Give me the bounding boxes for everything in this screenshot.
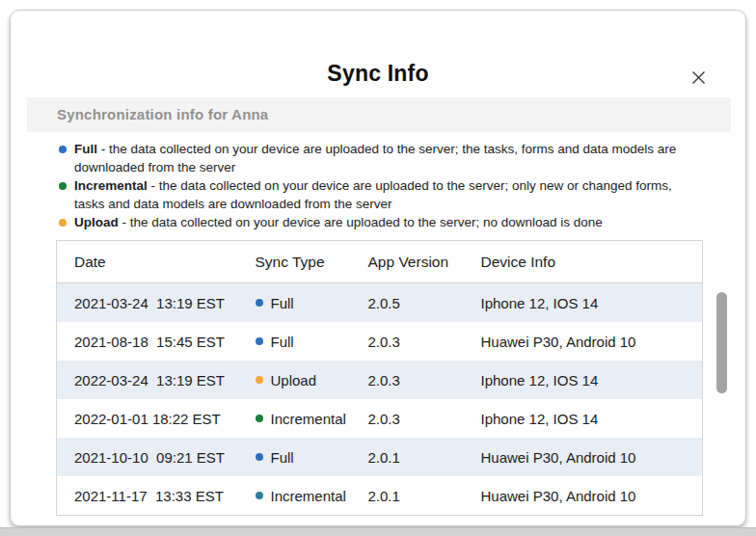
sync-type-label: Full: [271, 334, 294, 350]
cell-date: 2022-01-01 18:22 EST: [57, 399, 238, 438]
cell-date: 2022-03-24 13:19 EST: [57, 361, 238, 399]
table-header-row: DateSync TypeApp VersionDevice Info: [57, 241, 703, 283]
cell-app-version: 2.0.3: [351, 361, 464, 399]
cell-device-info: Huawei P30, Android 10: [464, 438, 703, 476]
page-background-strip: [0, 527, 756, 536]
column-header: Device Info: [464, 241, 703, 283]
cell-app-version: 2.0.3: [351, 322, 464, 361]
sync-info-modal: Sync Info Synchronization info for Anna …: [10, 10, 746, 526]
sync-type-label: Incremental: [271, 488, 346, 504]
cell-date: 2021-10-10 09:21 EST: [57, 438, 238, 476]
cell-device-info: Iphone 12, IOS 14: [464, 361, 703, 399]
table-row: 2021-08-18 15:45 EST Full 2.0.3 Huawei P…: [57, 322, 703, 361]
table-row: 2022-01-01 18:22 EST Incremental 2.0.3 I…: [57, 399, 703, 438]
cell-device-info: Huawei P30, Android 10: [464, 476, 703, 516]
legend-description: - the data collected on your device are …: [74, 178, 672, 211]
legend-item: Full - the data collected on your device…: [59, 140, 724, 176]
table-row: 2022-03-24 13:19 EST Upload 2.0.3 Iphone…: [57, 361, 703, 399]
cell-sync-type: Full: [256, 283, 351, 322]
sync-type-dot-icon: [256, 376, 263, 384]
cell-app-version: 2.0.5: [351, 283, 464, 323]
table-row: 2021-03-24 13:19 EST Full 2.0.5 Iphone 1…: [57, 283, 703, 323]
legend-item: Upload - the data collected on your devi…: [59, 213, 724, 231]
sync-type-label: Full: [271, 449, 294, 466]
cell-sync-type: Full: [256, 322, 351, 361]
sync-history-table: DateSync TypeApp VersionDevice Info 2021…: [56, 240, 703, 516]
legend-label: Incremental: [74, 178, 148, 193]
close-button[interactable]: [687, 66, 710, 89]
legend-dot-icon: [59, 219, 67, 227]
section-header: Synchronization info for Anna: [27, 97, 731, 132]
cell-device-info: Iphone 12, IOS 14: [464, 399, 703, 438]
column-header: Sync Type: [238, 241, 351, 283]
modal-title: Sync Info: [11, 61, 745, 87]
legend-description: - the data collected on your device are …: [74, 142, 676, 174]
cell-app-version: 2.0.3: [351, 399, 464, 438]
sync-type-dot-icon: [256, 299, 263, 307]
cell-sync-type: Incremental: [256, 476, 351, 515]
cell-sync-type: Full: [256, 438, 351, 476]
scrollbar-thumb[interactable]: [716, 292, 727, 393]
cell-device-info: Iphone 12, IOS 14: [464, 283, 703, 323]
legend-dot-icon: [59, 182, 67, 190]
cell-date: 2021-03-24 13:19 EST: [57, 283, 238, 323]
legend-dot-icon: [59, 146, 67, 153]
column-header: App Version: [351, 241, 464, 283]
legend-description: - the data collected on your device are …: [122, 215, 603, 229]
legend-label: Upload: [74, 215, 119, 229]
sync-type-dot-icon: [256, 337, 263, 345]
column-header: Date: [57, 241, 238, 283]
legend-item: Incremental - the data collected on your…: [59, 176, 724, 213]
cell-date: 2021-08-18 15:45 EST: [57, 322, 238, 361]
sync-type-label: Full: [271, 295, 294, 311]
sync-type-label: Incremental: [271, 411, 346, 427]
sync-type-dot-icon: [256, 453, 263, 461]
cell-date: 2021-11-17 13:33 EST: [57, 476, 238, 516]
legend-label: Full: [74, 142, 97, 156]
sync-type-legend: Full - the data collected on your device…: [59, 140, 724, 231]
table-row: 2021-11-17 13:33 EST Incremental 2.0.1 H…: [57, 476, 703, 516]
sync-type-dot-icon: [256, 415, 263, 422]
sync-type-label: Upload: [271, 372, 317, 389]
sync-type-dot-icon: [256, 492, 263, 499]
cell-app-version: 2.0.1: [351, 438, 464, 476]
cell-sync-type: Upload: [256, 361, 351, 399]
cell-device-info: Huawei P30, Android 10: [464, 322, 703, 361]
table-row: 2021-10-10 09:21 EST Full 2.0.1 Huawei P…: [57, 438, 703, 476]
close-icon: [691, 70, 706, 85]
cell-sync-type: Incremental: [256, 399, 351, 438]
cell-app-version: 2.0.1: [351, 476, 464, 516]
